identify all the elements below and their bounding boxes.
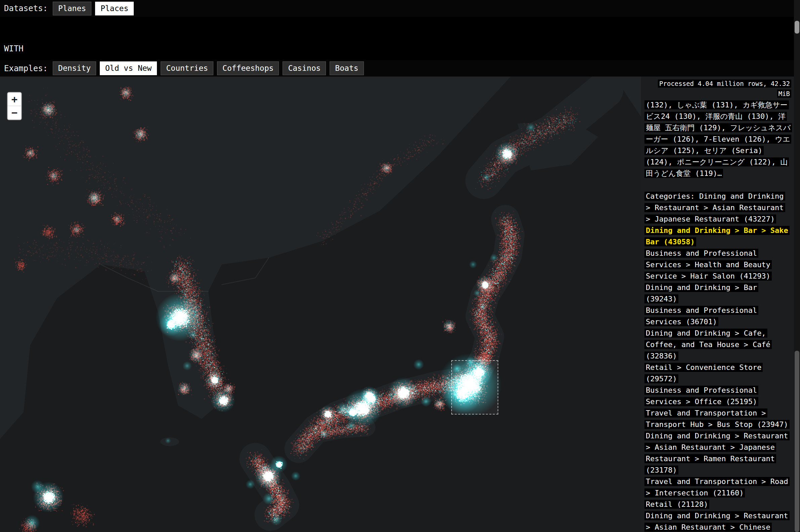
category-item-text: Business and Professional Services > Hea…	[644, 249, 772, 281]
category-item-text: Travel and Transportation > Transport Hu…	[644, 408, 789, 429]
category-item[interactable]: Dining and Drinking > Restaurant > Asian…	[644, 510, 791, 532]
category-item[interactable]: Retail (21128)	[644, 499, 791, 510]
map-canvas[interactable]	[0, 77, 641, 532]
category-item-text: Dining and Drinking > Bar (39243)	[644, 283, 758, 303]
category-item-text: Dining and Drinking > Cafe, Coffee, and …	[644, 328, 772, 360]
category-item[interactable]: Business and Professional Services > Hea…	[644, 248, 791, 282]
category-item[interactable]: Business and Professional Services > Off…	[644, 385, 791, 407]
category-item-text: Dining and Drinking > Bar > Sake Bar (43…	[644, 226, 789, 246]
page-scrollbar[interactable]	[794, 0, 800, 532]
category-item-text: Retail (21128)	[644, 500, 709, 509]
map-zoom-control: + −	[7, 92, 22, 120]
category-item-text: Business and Professional Services (3670…	[644, 306, 758, 326]
sql-line: WITH	[4, 43, 794, 54]
datasets-label: Datasets:	[4, 4, 48, 13]
map-selection-rectangle[interactable]	[451, 360, 498, 415]
category-item[interactable]: Dining and Drinking > Restaurant > Asian…	[644, 430, 791, 476]
sql-scrollbar-thumb[interactable]	[795, 21, 799, 34]
dataset-button-planes[interactable]: Planes	[53, 2, 91, 16]
category-item[interactable]: Dining and Drinking > Cafe, Coffee, and …	[644, 328, 791, 362]
sql-editor[interactable]: WITH bitShiftLeft(1::UInt64, {z:UInt8}) …	[0, 17, 794, 60]
categories-list: Categories: Dining and Drinking > Restau…	[644, 191, 791, 532]
category-item[interactable]: Retail > Convenience Store (29572)	[644, 362, 791, 385]
category-item[interactable]: Travel and Transportation > Transport Hu…	[644, 407, 791, 430]
category-item[interactable]: Dining and Drinking > Bar > Sake Bar (43…	[644, 225, 791, 248]
zoom-out-button[interactable]: −	[8, 106, 21, 119]
categories-label: Categories:	[646, 192, 699, 201]
category-item[interactable]: Travel and Transportation > Road > Inter…	[644, 476, 791, 499]
category-item-text: Dining and Drinking > Restaurant > Asian…	[644, 431, 789, 475]
categories-rest: Dining and Drinking > Bar > Sake Bar (43…	[644, 225, 791, 532]
category-item-text: Dining and Drinking > Restaurant > Asian…	[644, 511, 789, 532]
category-item-text: Business and Professional Services > Off…	[644, 386, 758, 406]
map: + −	[0, 77, 641, 532]
category-item-text: Retail > Convenience Store (29572)	[644, 363, 763, 383]
category-item[interactable]: Categories: Dining and Drinking > Restau…	[644, 191, 791, 225]
category-item-text: Travel and Transportation > Road > Inter…	[644, 477, 789, 497]
datasets-buttons: PlanesPlaces	[49, 2, 134, 16]
category-item[interactable]: Business and Professional Services (3670…	[644, 305, 791, 328]
zoom-in-button[interactable]: +	[8, 93, 21, 106]
page-scrollbar-thumb[interactable]	[795, 351, 799, 532]
app-root: Datasets: PlanesPlaces WITH bitShiftLeft…	[0, 0, 800, 532]
category-item[interactable]: Dining and Drinking > Bar (39243)	[644, 282, 791, 305]
dataset-button-places[interactable]: Places	[95, 2, 134, 16]
datasets-bar: Datasets: PlanesPlaces	[0, 0, 794, 17]
